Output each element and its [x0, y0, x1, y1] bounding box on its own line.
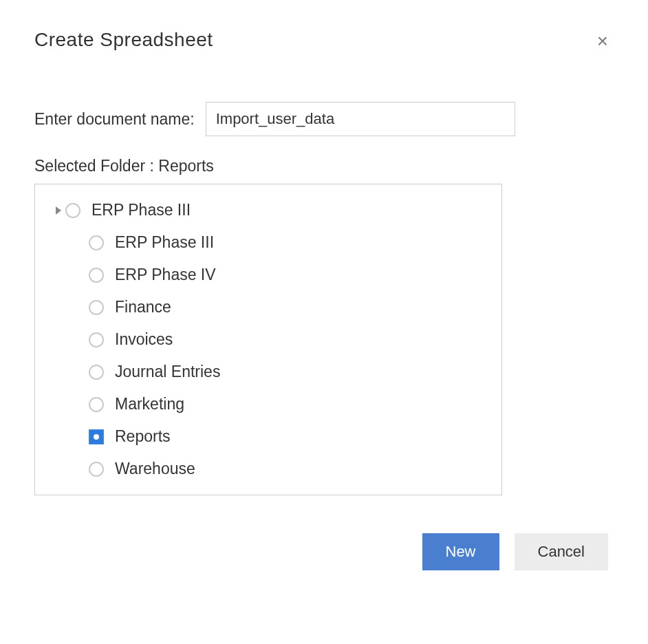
selected-folder-prefix: Selected Folder :: [34, 157, 158, 175]
folder-label: ERP Phase III: [91, 201, 191, 219]
expand-caret-icon[interactable]: [42, 206, 65, 215]
folder-radio[interactable]: [89, 268, 104, 283]
folder-radio[interactable]: [89, 429, 104, 444]
folder-item[interactable]: Reports: [42, 420, 495, 453]
folder-label: Reports: [115, 427, 171, 446]
folder-tree[interactable]: ERP Phase IIIERP Phase IIIERP Phase IVFi…: [34, 184, 502, 495]
folder-item[interactable]: Journal Entries: [42, 356, 495, 388]
folder-item[interactable]: ERP Phase III: [42, 226, 495, 259]
new-button[interactable]: New: [422, 533, 499, 570]
document-name-label: Enter document name:: [34, 110, 195, 129]
folder-radio[interactable]: [89, 235, 104, 250]
folder-radio[interactable]: [89, 332, 104, 347]
document-name-input[interactable]: [206, 102, 515, 136]
create-spreadsheet-dialog: Create Spreadsheet × Enter document name…: [0, 0, 648, 599]
folder-item[interactable]: Finance: [42, 291, 495, 323]
dialog-title: Create Spreadsheet: [34, 29, 213, 51]
folder-radio[interactable]: [65, 203, 80, 218]
folder-label: Finance: [115, 298, 171, 316]
cancel-button[interactable]: Cancel: [515, 533, 608, 570]
folder-label: Warehouse: [115, 460, 195, 478]
folder-item[interactable]: Marketing: [42, 388, 495, 420]
button-row: New Cancel: [34, 533, 614, 570]
folder-label: ERP Phase III: [115, 233, 214, 252]
selected-folder-label: Selected Folder : Reports: [34, 157, 614, 175]
folder-item[interactable]: Invoices: [42, 323, 495, 356]
folder-item[interactable]: Warehouse: [42, 453, 495, 485]
folder-label: Marketing: [115, 395, 184, 414]
folder-item[interactable]: ERP Phase III: [42, 194, 495, 226]
folder-item[interactable]: ERP Phase IV: [42, 259, 495, 291]
folder-radio[interactable]: [89, 397, 104, 412]
selected-folder-name: Reports: [158, 157, 214, 175]
document-name-row: Enter document name:: [34, 102, 614, 136]
folder-radio[interactable]: [89, 365, 104, 380]
folder-label: Invoices: [115, 330, 173, 349]
dialog-header: Create Spreadsheet ×: [34, 29, 614, 54]
folder-radio[interactable]: [89, 462, 104, 477]
folder-radio[interactable]: [89, 300, 104, 315]
folder-label: ERP Phase IV: [115, 266, 216, 284]
folder-label: Journal Entries: [115, 363, 220, 381]
close-icon[interactable]: ×: [592, 29, 614, 54]
